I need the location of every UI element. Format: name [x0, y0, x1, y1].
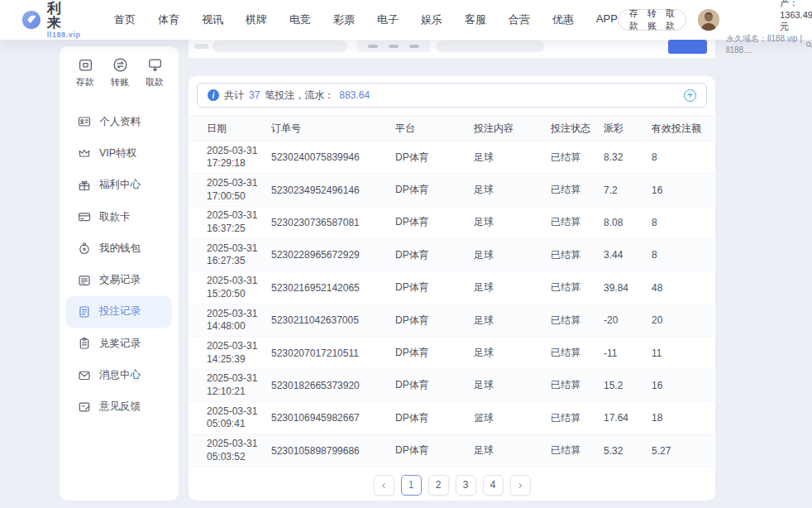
page-number-button[interactable]: 3	[456, 475, 476, 496]
table-row: 2025-03-3117:29:185230240075839946DP体育足球…	[189, 141, 715, 174]
cell-content: 足球	[474, 314, 551, 328]
table-row: 2025-03-3105:09:415230106945982667DP体育篮球…	[189, 402, 715, 434]
sidebar-item[interactable]: 交易记录	[66, 264, 172, 295]
nav-item[interactable]: 客服	[465, 12, 486, 27]
avatar-image	[698, 9, 719, 31]
wallet-pill-action[interactable]: 存款	[629, 7, 638, 32]
filter-label-clipped	[194, 44, 208, 49]
quick-action-label: 存款	[76, 76, 94, 89]
table-row: 2025-03-3116:37:255230230736587081DP体育足球…	[189, 207, 715, 239]
nav-item[interactable]: 彩票	[333, 12, 355, 27]
quick-action-transfer[interactable]: 转账	[111, 57, 129, 89]
page-number-button[interactable]: 1	[401, 475, 422, 496]
cell-status: 已结算	[551, 443, 604, 458]
cell-date: 2025-03-3105:09:41	[207, 405, 271, 431]
cell-content: 足球	[474, 443, 551, 458]
cell-date: 2025-03-3105:03:52	[207, 438, 271, 463]
redeem-icon	[78, 337, 91, 350]
cell-date: 2025-03-3116:37:25	[207, 209, 271, 235]
filter-date-input[interactable]	[213, 41, 347, 52]
cell-order: 5230182665373920	[271, 380, 395, 391]
page-prev-button[interactable]: ‹	[374, 475, 394, 496]
sidebar-item-label: 个人资料	[99, 115, 141, 129]
cell-status: 已结算	[551, 215, 604, 229]
deposit-icon	[78, 57, 93, 73]
sidebar-menu: 个人资料VIP特权福利中心取款卡我的钱包交易记录投注记录兑奖记录消息中心意见反馈	[60, 106, 179, 423]
sidebar-item[interactable]: 个人资料	[66, 106, 172, 137]
table-row: 2025-03-3105:03:525230105898799686DP体育足球…	[189, 435, 715, 467]
page-next-button[interactable]: ›	[510, 475, 531, 496]
summary-turnover: 883.64	[339, 89, 370, 101]
nav-item[interactable]: 合营	[509, 12, 530, 27]
transactions-icon	[78, 274, 91, 287]
table-row: 2025-03-3114:48:005230211042637005DP体育足球…	[189, 304, 715, 337]
nav-item[interactable]: 体育	[158, 12, 179, 27]
cell-content: 足球	[474, 346, 551, 360]
column-header: 投注内容	[474, 122, 551, 136]
nav-item[interactable]: 电竞	[289, 12, 311, 27]
cell-valid-amount: 18	[652, 412, 705, 424]
nav-item[interactable]: 视讯	[202, 12, 223, 27]
cell-status: 已结算	[551, 151, 604, 165]
cell-platform: DP体育	[395, 411, 474, 425]
cell-date: 2025-03-3114:48:00	[207, 308, 271, 333]
cell-status: 已结算	[551, 411, 604, 425]
wallet-icon	[78, 242, 91, 255]
cell-status: 已结算	[551, 346, 604, 360]
cell-platform: DP体育	[395, 280, 474, 295]
filter-quick-range-tabs[interactable]	[357, 41, 430, 52]
cell-valid-amount: 16	[652, 185, 705, 196]
nav-item[interactable]: 首页	[114, 12, 136, 27]
cell-order: 5230105898799686	[271, 445, 395, 457]
sidebar-item[interactable]: 投注记录	[66, 296, 172, 328]
table-row: 2025-03-3114:25:395230207017210511DP体育足球…	[189, 337, 715, 369]
column-header: 投注状态	[551, 122, 604, 136]
nav-item[interactable]: 娱乐	[421, 12, 442, 27]
sidebar-item-label: VIP特权	[99, 146, 136, 161]
wallet-pill-action[interactable]: 取款	[666, 7, 675, 32]
expand-plus-icon[interactable]: +	[684, 89, 696, 102]
sidebar: 存款转账取款 个人资料VIP特权福利中心取款卡我的钱包交易记录投注记录兑奖记录消…	[60, 46, 179, 501]
total-assets: 总资产：1363.49元	[780, 0, 812, 33]
page-number-button[interactable]: 4	[483, 475, 504, 496]
message-icon	[78, 369, 91, 382]
summary-prefix: 共计	[224, 89, 244, 103]
cell-date: 2025-03-3112:10:21	[207, 372, 271, 398]
column-header: 订单号	[271, 122, 395, 136]
quick-action-withdraw[interactable]: 取款	[146, 57, 164, 89]
nav-item[interactable]: 棋牌	[246, 12, 267, 27]
sidebar-item[interactable]: 福利中心	[66, 170, 172, 201]
sidebar-item[interactable]: 我的钱包	[66, 232, 172, 264]
bank-card-icon	[78, 210, 91, 223]
page-number-button[interactable]: 2	[428, 475, 449, 496]
wallet-pill-action[interactable]: 转账	[647, 7, 657, 32]
quick-action-deposit[interactable]: 存款	[76, 57, 94, 89]
table-row: 2025-03-3116:27:355230228965672929DP体育足球…	[189, 239, 715, 271]
filter-search-button[interactable]	[668, 40, 707, 54]
sidebar-item[interactable]: 意见反馈	[66, 391, 172, 423]
nav-item[interactable]: 优惠	[552, 12, 574, 27]
search-icon[interactable]	[805, 40, 812, 50]
nav-item[interactable]: APP	[596, 12, 618, 27]
sidebar-item[interactable]: 兑奖记录	[66, 328, 172, 359]
sidebar-item[interactable]: VIP特权	[66, 137, 172, 169]
table-header: 日期订单号平台投注内容投注状态派彩有效投注额	[189, 116, 715, 141]
cell-order: 5230234952496146	[271, 185, 395, 196]
username[interactable]: anxin3399	[726, 0, 770, 33]
cell-content: 足球	[474, 378, 551, 392]
nav-item[interactable]: 电子	[377, 12, 399, 27]
sidebar-item-label: 消息中心	[99, 368, 141, 382]
transfer-icon	[112, 57, 128, 73]
cell-payout: 3.44	[604, 249, 652, 261]
sidebar-item[interactable]: 消息中心	[66, 359, 172, 391]
cell-payout: 39.84	[604, 282, 652, 294]
sidebar-item[interactable]: 取款卡	[66, 201, 172, 232]
brand-logo[interactable]: 利 来 ll188.vip	[21, 2, 86, 39]
info-icon: i	[208, 89, 219, 101]
cell-content: 足球	[474, 248, 551, 262]
cell-payout: 7.2	[604, 185, 652, 196]
filter-type-select[interactable]	[436, 41, 544, 52]
avatar[interactable]	[698, 9, 719, 31]
cell-status: 已结算	[551, 280, 604, 295]
sidebar-item-label: 我的钱包	[99, 242, 141, 256]
